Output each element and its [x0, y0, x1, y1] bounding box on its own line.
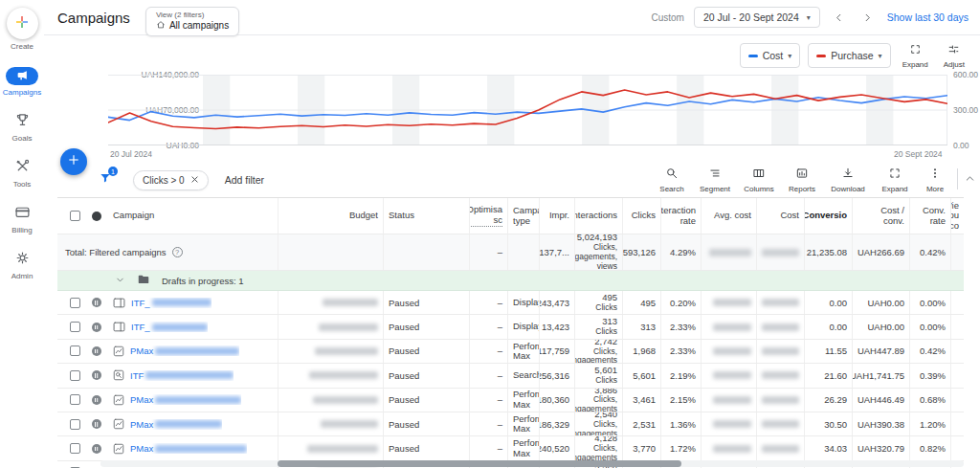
metric-purchase-dropdown[interactable]: Purchase ▾ [808, 43, 890, 68]
paused-status-icon [92, 298, 101, 307]
row-checkbox[interactable] [70, 443, 80, 454]
row-checkbox[interactable] [70, 394, 80, 405]
row-checkbox[interactable] [70, 298, 80, 308]
help-icon[interactable]: ? [172, 247, 183, 257]
columns-button[interactable]: Columns [737, 167, 781, 193]
show-last-30-days-link[interactable]: Show last 30 days [887, 11, 969, 23]
col-status[interactable]: Status [383, 198, 469, 234]
total-rate: 4.29% [660, 234, 701, 270]
col-conversions-sorted[interactable]: ↑ Conversio [804, 198, 852, 234]
conversions-cell: 30.50 [804, 412, 852, 435]
table-row: ITF Paused – Search 256,316 5,601Clicks … [57, 364, 964, 388]
collapse-table-button[interactable] [964, 167, 976, 189]
optimisation-cell: – [469, 291, 507, 314]
chevron-down-icon[interactable] [115, 275, 125, 287]
date-prev-button[interactable] [830, 8, 849, 27]
y-axis-right-tick: 300.00 [953, 105, 978, 115]
col-conv-rate[interactable]: Conv. rate [909, 198, 950, 234]
col-view-through-conv[interactable]: Vie throu co [950, 198, 964, 234]
table-row: PMax Paused – Performa Max 240,520 4,128… [57, 436, 964, 460]
table-row: PMax Paused – Performa Max 186,329 2,540… [57, 412, 964, 436]
rate-cell: 2.33% [660, 315, 701, 338]
date-next-button[interactable] [858, 8, 878, 27]
row-checkbox[interactable] [70, 345, 80, 356]
date-range-value: 20 Jul - 20 Sept 2024 [703, 11, 799, 23]
more-button[interactable]: More [917, 167, 953, 193]
sidebar-item-admin[interactable]: Admin [0, 251, 44, 280]
col-cost-per-conv[interactable]: Cost / conv. [852, 198, 909, 234]
cost-cell [756, 315, 804, 338]
expand-icon [888, 167, 902, 184]
sidebar-item-billing[interactable]: Billing [0, 205, 44, 234]
download-button[interactable]: Download [823, 167, 873, 193]
metric-cost-dropdown[interactable]: Cost ▾ [740, 43, 801, 68]
reports-button[interactable]: Reports [781, 167, 823, 193]
clicks-cell: 3,461 [622, 389, 660, 412]
credit-card-icon [14, 204, 31, 224]
create-button[interactable] [7, 8, 38, 39]
status-cell: Paused [383, 364, 469, 387]
campaign-name-link[interactable]: ITF_ [131, 298, 212, 308]
type-cell: Performa Max [507, 340, 539, 363]
sidebar-item-label: Campaigns [0, 88, 44, 97]
redacted-cost [762, 299, 799, 306]
sidebar-item-tools[interactable]: Tools [0, 159, 44, 189]
drafts-label: Drafts in progress: 1 [162, 276, 244, 286]
col-interaction-rate[interactable]: Interaction rate [660, 198, 701, 234]
col-impr[interactable]: Impr. [539, 198, 574, 234]
new-campaign-fab[interactable] [60, 148, 87, 175]
sidebar-item-campaigns[interactable]: Campaigns [0, 67, 44, 97]
date-range-selector[interactable]: 20 Jul - 20 Sept 2024 ▾ [694, 7, 820, 28]
avg-cost-cell [701, 340, 756, 363]
tool-label: Segment [700, 185, 730, 193]
drafts-group-row[interactable]: Drafts in progress: 1 [57, 271, 964, 291]
table-row: ITF_ Paused – Display 243,473 495Clicks … [57, 291, 964, 315]
filter-button[interactable]: 1 [99, 171, 112, 189]
impr-cell: 13,423 [539, 315, 574, 338]
campaign-name-link[interactable]: PMax [130, 443, 247, 454]
row-checkbox[interactable] [70, 322, 80, 332]
col-optimisation[interactable]: Optimisa sc [469, 198, 507, 234]
campaign-name-link[interactable]: ITF_ [131, 322, 208, 332]
chart-adjust-button[interactable]: Adjust [940, 42, 969, 69]
caret-down-icon: ▾ [788, 52, 791, 60]
type-cell: Display [507, 291, 539, 314]
add-filter-button[interactable]: Add filter [225, 174, 264, 186]
close-icon[interactable] [190, 175, 199, 186]
col-interactions[interactable]: Interactions [574, 198, 622, 234]
chart-expand-button[interactable]: Expand [899, 42, 932, 69]
reports-icon [795, 167, 809, 184]
col-avg-cost[interactable]: Avg. cost [701, 198, 756, 234]
col-campaign-type[interactable]: Campa type [507, 198, 539, 234]
row-checkbox[interactable] [70, 370, 80, 381]
campaign-name-link[interactable]: PMax [130, 345, 239, 356]
scrollbar-thumb[interactable] [278, 460, 681, 467]
col-clicks[interactable]: Clicks [622, 198, 660, 234]
status-cell: Paused [383, 412, 469, 435]
select-all-checkbox[interactable] [70, 211, 80, 221]
more-icon [928, 167, 942, 184]
view-selector[interactable]: View (2 filters) All campaigns [145, 7, 239, 36]
row-checkbox[interactable] [70, 419, 80, 430]
performance-max-icon [113, 345, 124, 357]
divider [957, 168, 958, 189]
budget-cell [278, 291, 383, 314]
redacted-avg-cost [713, 299, 751, 306]
expand-table-button[interactable]: Expand [873, 167, 917, 193]
sidebar-item-goals[interactable]: Goals [0, 113, 44, 143]
redacted-avg-cost [713, 347, 751, 355]
display-campaign-icon [113, 298, 125, 308]
tool-label: Search [659, 185, 683, 193]
campaign-name-link[interactable]: ITF [130, 370, 234, 381]
cost-per-conv-cell: UAH1,741.75 [852, 364, 909, 387]
campaign-name-link[interactable]: PMax [130, 394, 241, 405]
impr-cell: 240,520 [539, 436, 574, 459]
col-cost[interactable]: Cost [756, 198, 804, 234]
home-icon [156, 20, 166, 32]
col-budget[interactable]: Budget [278, 198, 383, 234]
campaign-name-link[interactable]: PMax [130, 419, 222, 430]
search-button[interactable]: Search [651, 167, 693, 193]
filter-chip[interactable]: Clicks > 0 [133, 170, 209, 190]
col-campaign[interactable]: Campaign [113, 211, 154, 220]
segment-button[interactable]: Segment [693, 167, 737, 193]
